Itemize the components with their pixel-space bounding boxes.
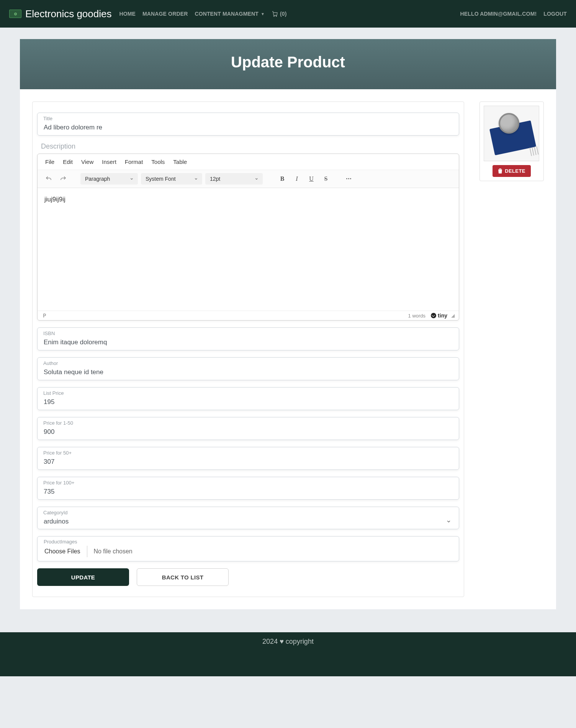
nav-right: HELLO ADMIN@GMAIL.COM! LOGOUT xyxy=(460,11,567,17)
menu-format[interactable]: Format xyxy=(125,159,143,165)
undo-button[interactable] xyxy=(43,173,54,185)
block-format-select[interactable]: Paragraph xyxy=(80,173,138,185)
nav-content-mgmt[interactable]: CONTENT MANAGMENT ▼ xyxy=(195,11,265,17)
brand-link[interactable]: ⚙ Electronics goodies xyxy=(9,8,111,20)
back-to-list-button[interactable]: BACK TO LIST xyxy=(137,568,229,586)
heart-icon: ♥ xyxy=(280,638,286,645)
file-input[interactable]: Choose Files No file chosen xyxy=(38,546,459,559)
cart-count: (0) xyxy=(280,11,287,17)
editor-word-count: 1 words xyxy=(408,313,426,319)
field-price-1-50: Price for 1-50 xyxy=(37,417,459,440)
category-select[interactable]: arduinos xyxy=(37,507,459,529)
svg-point-0 xyxy=(273,16,274,16)
field-price-50: Price for 50+ xyxy=(37,447,459,470)
product-images-label: ProductImages xyxy=(44,539,77,545)
price-1-50-input[interactable] xyxy=(37,417,459,440)
nav-cart[interactable]: (0) xyxy=(272,11,287,17)
description-label: Description xyxy=(41,142,459,151)
field-author: Author xyxy=(37,357,459,380)
italic-button[interactable]: I xyxy=(291,173,303,185)
svg-point-1 xyxy=(276,16,277,16)
tiny-logo[interactable]: tiny xyxy=(431,312,447,319)
menu-tools[interactable]: Tools xyxy=(151,159,165,165)
menu-view[interactable]: View xyxy=(81,159,93,165)
price-100-input[interactable] xyxy=(37,477,459,500)
brand-icon: ⚙ xyxy=(9,10,21,18)
list-price-input[interactable] xyxy=(37,387,459,410)
rich-text-editor: File Edit View Insert Format Tools Table xyxy=(37,154,459,321)
nav-logout[interactable]: LOGOUT xyxy=(543,11,567,17)
button-row: UPDATE BACK TO LIST xyxy=(37,568,459,586)
nav-content-mgmt-label: CONTENT MANAGMENT xyxy=(195,11,258,17)
brand-text: Electronics goodies xyxy=(25,8,111,20)
delete-label: DELETE xyxy=(505,168,525,174)
page-container: Update Product Title Description File Ed… xyxy=(20,39,556,609)
field-product-images: ProductImages Choose Files No file chose… xyxy=(37,536,459,561)
form-area: Title Description File Edit View Insert … xyxy=(32,101,464,597)
trash-icon xyxy=(498,169,502,173)
bold-button[interactable]: B xyxy=(277,173,288,185)
editor-toolbar: Paragraph System Font 12pt B I U S ··· xyxy=(38,170,459,188)
editor-element-path[interactable]: P xyxy=(43,312,46,319)
nav-home[interactable]: HOME xyxy=(119,11,136,17)
editor-content[interactable]: jiuj9ij9ij xyxy=(38,188,459,311)
cart-icon xyxy=(272,11,278,17)
menu-file[interactable]: File xyxy=(45,159,54,165)
nav-manage-order[interactable]: MANAGE ORDER xyxy=(142,11,188,17)
field-price-100: Price for 100+ xyxy=(37,477,459,500)
font-size-select[interactable]: 12pt xyxy=(205,173,263,185)
menu-insert[interactable]: Insert xyxy=(102,159,116,165)
title-input[interactable] xyxy=(37,113,459,136)
content-row: Title Description File Edit View Insert … xyxy=(20,89,556,609)
update-button[interactable]: UPDATE xyxy=(37,568,129,586)
more-button[interactable]: ··· xyxy=(343,173,355,185)
field-title: Title xyxy=(37,113,459,136)
menu-table[interactable]: Table xyxy=(173,159,187,165)
page-header: Update Product xyxy=(20,39,556,89)
product-image xyxy=(484,106,539,161)
footer-year: 2024 xyxy=(262,638,278,645)
nav-left: HOME MANAGE ORDER CONTENT MANAGMENT ▼ (0… xyxy=(119,11,286,17)
delete-image-button[interactable]: DELETE xyxy=(493,165,531,177)
editor-statusbar: P 1 words tiny ◢ xyxy=(38,311,459,320)
tiny-text: tiny xyxy=(438,312,447,319)
strikethrough-button[interactable]: S xyxy=(320,173,332,185)
resize-handle-icon[interactable]: ◢ xyxy=(451,313,453,318)
footer-text: copyright xyxy=(286,638,314,645)
navbar: ⚙ Electronics goodies HOME MANAGE ORDER … xyxy=(0,0,576,28)
page-title: Update Product xyxy=(20,54,556,71)
field-isbn: ISBN xyxy=(37,327,459,350)
chevron-down-icon: ▼ xyxy=(261,12,265,16)
product-image-card: DELETE xyxy=(479,101,544,181)
price-50-input[interactable] xyxy=(37,447,459,470)
field-list-price: List Price xyxy=(37,387,459,410)
underline-button[interactable]: U xyxy=(306,173,317,185)
menu-edit[interactable]: Edit xyxy=(63,159,73,165)
side-area: DELETE xyxy=(479,101,544,597)
file-empty-text: No file chosen xyxy=(87,548,132,555)
author-input[interactable] xyxy=(37,357,459,380)
editor-menubar: File Edit View Insert Format Tools Table xyxy=(38,154,459,170)
isbn-input[interactable] xyxy=(37,327,459,350)
field-category: arduinos CategoryId xyxy=(37,507,459,529)
redo-button[interactable] xyxy=(57,173,69,185)
footer: 2024 ♥ copyright xyxy=(0,632,576,676)
choose-files-button[interactable]: Choose Files xyxy=(38,546,87,557)
font-family-select[interactable]: System Font xyxy=(141,173,202,185)
tiny-icon xyxy=(431,313,436,318)
nav-greeting[interactable]: HELLO ADMIN@GMAIL.COM! xyxy=(460,11,537,17)
